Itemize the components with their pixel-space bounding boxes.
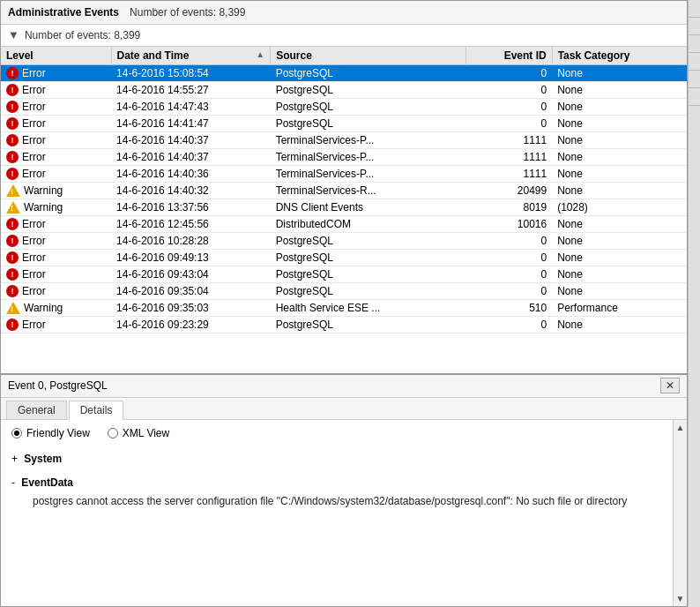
- tab-details[interactable]: Details: [69, 401, 124, 420]
- cell-source: PostgreSQL: [271, 232, 466, 249]
- scroll-up-arrow[interactable]: ▲: [674, 420, 687, 435]
- cell-taskcategory: None: [552, 64, 687, 81]
- cell-eventid: 0: [466, 115, 552, 131]
- table-row[interactable]: !Error14-6-2016 14:40:37TerminalServices…: [1, 148, 687, 165]
- cell-source: PostgreSQL: [271, 282, 466, 299]
- title-bar: Administrative Events Number of events: …: [1, 1, 687, 25]
- error-icon: !: [6, 168, 19, 180]
- cell-source: PostgreSQL: [271, 266, 466, 282]
- cell-datetime: 14-6-2016 09:43:04: [111, 266, 271, 282]
- cell-eventid: 1111: [466, 165, 552, 182]
- cell-datetime: 14-6-2016 14:41:47: [111, 115, 271, 131]
- cell-source: TerminalServices-R...: [271, 182, 466, 199]
- tree-system-item[interactable]: + System: [11, 450, 676, 469]
- rs-item-4: [689, 53, 700, 71]
- level-text: Warning: [24, 201, 63, 214]
- detail-scrollbar[interactable]: ▲ ▼: [673, 420, 687, 606]
- table-row[interactable]: !Error14-6-2016 09:49:13PostgreSQL0None: [1, 249, 687, 266]
- xml-view-radio-btn[interactable]: [108, 428, 118, 438]
- level-text: Error: [22, 151, 46, 163]
- table-row[interactable]: !Error14-6-2016 14:40:37TerminalServices…: [1, 131, 687, 148]
- friendly-view-radio[interactable]: Friendly View: [11, 427, 90, 439]
- cell-datetime: 14-6-2016 09:35:03: [111, 299, 271, 316]
- table-row[interactable]: !Error14-6-2016 14:40:36TerminalServices…: [1, 165, 687, 182]
- cell-datetime: 14-6-2016 14:47:43: [111, 98, 271, 115]
- cell-taskcategory: (1028): [552, 199, 687, 215]
- table-row[interactable]: !Error14-6-2016 14:41:47PostgreSQL0None: [1, 115, 687, 131]
- right-sidebar: [688, 0, 700, 607]
- table-row[interactable]: Warning14-6-2016 09:35:03Health Service …: [1, 299, 687, 316]
- cell-taskcategory: None: [552, 131, 687, 148]
- rs-item-5: [689, 71, 700, 88]
- cell-source: PostgreSQL: [271, 64, 466, 81]
- cell-datetime: 14-6-2016 12:45:56: [111, 215, 271, 232]
- col-header-source[interactable]: Source: [271, 47, 466, 65]
- detail-content: Friendly View XML View + System: [1, 420, 687, 606]
- cell-datetime: 14-6-2016 14:40:36: [111, 165, 271, 182]
- filter-text: Number of events: 8,399: [25, 29, 140, 41]
- filter-icon[interactable]: ▼: [8, 28, 19, 41]
- table-scroll-area[interactable]: Level Date and Time ▲ Source: [1, 47, 687, 373]
- tree-eventdata-item[interactable]: - EventData: [11, 474, 676, 493]
- warning-icon: [6, 184, 20, 197]
- friendly-view-radio-btn[interactable]: [11, 428, 22, 438]
- col-header-eventid[interactable]: Event ID: [466, 47, 552, 65]
- cell-datetime: 14-6-2016 10:28:28: [111, 232, 271, 249]
- tree-eventdata-toggle[interactable]: -: [11, 476, 15, 489]
- cell-source: DistributedCOM: [271, 215, 466, 232]
- cell-level: !Error: [1, 282, 111, 299]
- col-header-taskcategory[interactable]: Task Category: [552, 47, 687, 65]
- cell-taskcategory: None: [552, 182, 687, 199]
- level-text: Error: [22, 84, 46, 96]
- rs-item-3: [689, 35, 700, 53]
- level-text: Error: [22, 268, 46, 281]
- detail-close-button[interactable]: ✕: [660, 378, 680, 393]
- cell-source: PostgreSQL: [271, 115, 466, 131]
- cell-eventid: 0: [466, 282, 552, 299]
- cell-level: !Error: [1, 115, 111, 131]
- tree-eventdata: - EventData postgres cannot access the s…: [11, 474, 676, 509]
- event-data-message: postgres cannot access the server config…: [33, 493, 676, 509]
- cell-taskcategory: None: [552, 115, 687, 131]
- cell-level: !Error: [1, 266, 111, 282]
- table-row[interactable]: !Error14-6-2016 14:47:43PostgreSQL0None: [1, 98, 687, 115]
- error-icon: !: [6, 251, 19, 264]
- table-row[interactable]: !Error14-6-2016 12:45:56DistributedCOM10…: [1, 215, 687, 232]
- error-icon: !: [6, 134, 19, 146]
- cell-eventid: 20499: [466, 182, 552, 199]
- events-table-container: Level Date and Time ▲ Source: [1, 47, 687, 373]
- col-header-level[interactable]: Level: [1, 47, 111, 65]
- window-title: Administrative Events: [8, 6, 119, 19]
- level-text: Error: [22, 101, 46, 113]
- cell-source: PostgreSQL: [271, 98, 466, 115]
- table-row[interactable]: !Error14-6-2016 15:08:54PostgreSQL0None: [1, 64, 687, 81]
- table-row[interactable]: Warning14-6-2016 14:40:32TerminalService…: [1, 182, 687, 199]
- xml-view-radio[interactable]: XML View: [108, 427, 169, 439]
- table-row[interactable]: !Error14-6-2016 10:28:28PostgreSQL0None: [1, 232, 687, 249]
- cell-eventid: 10016: [466, 215, 552, 232]
- cell-eventid: 510: [466, 299, 552, 316]
- col-header-datetime[interactable]: Date and Time ▲: [111, 47, 271, 65]
- tab-general[interactable]: General: [6, 401, 67, 419]
- error-icon: !: [6, 151, 19, 163]
- cell-eventid: 8019: [466, 199, 552, 215]
- table-row[interactable]: Warning14-6-2016 13:37:56DNS Client Even…: [1, 199, 687, 215]
- table-row[interactable]: !Error14-6-2016 14:55:27PostgreSQL0None: [1, 81, 687, 98]
- error-icon: !: [6, 235, 19, 247]
- table-row[interactable]: !Error14-6-2016 09:35:04PostgreSQL0None: [1, 282, 687, 299]
- tree-system-toggle[interactable]: +: [11, 453, 18, 465]
- warning-icon: [6, 201, 20, 214]
- view-radio-group: Friendly View XML View: [11, 427, 676, 439]
- events-table: Level Date and Time ▲ Source: [1, 47, 687, 333]
- cell-datetime: 14-6-2016 14:40:37: [111, 148, 271, 165]
- scroll-down-arrow[interactable]: ▼: [674, 591, 687, 606]
- cell-source: PostgreSQL: [271, 81, 466, 98]
- table-row[interactable]: !Error14-6-2016 09:23:29PostgreSQL0None: [1, 316, 687, 333]
- cell-taskcategory: None: [552, 165, 687, 182]
- cell-eventid: 0: [466, 249, 552, 266]
- cell-datetime: 14-6-2016 14:40:37: [111, 131, 271, 148]
- cell-level: !Error: [1, 249, 111, 266]
- cell-source: PostgreSQL: [271, 316, 466, 333]
- table-row[interactable]: !Error14-6-2016 09:43:04PostgreSQL0None: [1, 266, 687, 282]
- warning-icon: [6, 302, 20, 314]
